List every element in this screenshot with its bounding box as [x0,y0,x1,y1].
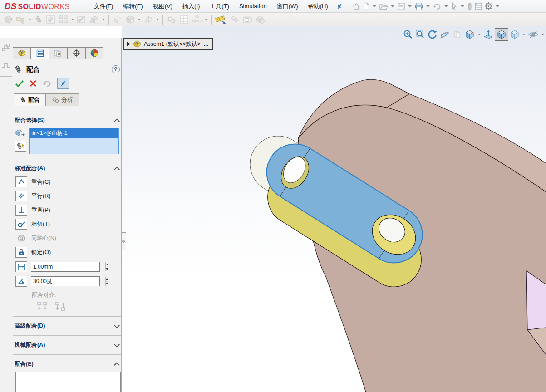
step-profile-icon[interactable] [1,61,11,69]
angle-spin-up[interactable] [106,277,108,281]
assembly-3d-scene[interactable] [122,26,546,392]
anti-aligned-icon[interactable] [54,301,66,312]
mate-selections-header[interactable]: 配合选择(S) [13,116,121,125]
zoom-to-area-icon[interactable] [414,28,426,41]
menu-window[interactable]: 窗口(W) [272,0,303,13]
flyout-tree-icon[interactable] [0,43,11,54]
display-style-icon[interactable] [509,28,521,41]
exploded-view-dropdown[interactable] [205,19,207,20]
menu-help[interactable]: 帮助(H) [303,0,333,13]
chevron-up-icon[interactable] [114,167,120,172]
mates-listbox[interactable] [15,372,121,392]
ok-button[interactable] [15,79,25,88]
hide-show-items-icon[interactable] [527,28,540,41]
mates-list-header[interactable]: 配合(E) [13,359,121,369]
mate-selection-listbox[interactable]: 面<1>@曲柄-1 [29,128,119,154]
menu-tools[interactable]: 工具(T) [205,0,234,13]
print-dropdown[interactable] [426,5,430,7]
linear-component-pattern-icon[interactable] [57,14,70,25]
apply-scene-icon[interactable] [482,28,494,41]
mate-lock[interactable]: 锁定(O) [15,247,121,258]
dynamic-annotation-views-icon[interactable] [451,28,463,41]
advanced-mates-header[interactable]: 高级配合(D) [13,321,121,331]
help-button[interactable]: ? [112,65,120,74]
entities-to-mate-icon[interactable] [15,128,26,139]
assembly-features-icon[interactable] [124,14,137,25]
bill-of-materials-icon[interactable] [178,14,191,25]
edit-component-icon[interactable] [2,14,15,25]
angle-spin-down[interactable] [106,281,108,286]
subtab-analysis[interactable]: 分析 [46,93,79,106]
angle-icon[interactable] [15,276,27,287]
view-orientation-dropdown[interactable] [478,34,481,35]
keep-visible-pin-button[interactable] [57,78,69,89]
new-document-dropdown[interactable] [373,5,376,7]
reference-geometry-dropdown[interactable] [156,19,159,20]
cancel-button[interactable] [29,79,37,88]
assembly-features-dropdown[interactable] [138,19,141,20]
linear-pattern-dropdown[interactable] [71,19,74,20]
chevron-down-icon[interactable] [114,323,120,328]
save-dropdown[interactable] [408,5,412,7]
chevron-down-icon[interactable] [114,342,120,348]
menu-edit[interactable]: 编辑(E) [118,0,148,13]
tab-dimxpert-manager[interactable] [67,47,85,59]
task-pane-icon[interactable] [474,1,483,11]
menu-view[interactable]: 视图(V) [148,0,177,13]
view-orientation-icon[interactable] [463,28,476,41]
component-preview-icon[interactable] [44,14,57,25]
tab-configuration-manager[interactable] [49,47,67,59]
angle-input[interactable] [31,277,105,286]
new-document-icon[interactable] [362,1,370,11]
previous-view-icon[interactable] [427,28,438,41]
menu-file[interactable]: 文件(F) [89,0,118,13]
distance-spin-up[interactable] [106,262,108,267]
mechanical-mates-header[interactable]: 机械配合(A) [13,340,121,350]
standard-mates-header[interactable]: 标准配合(A) [13,164,121,173]
new-motion-study-icon[interactable] [165,14,178,25]
large-assembly-mode-icon[interactable] [254,14,266,25]
options-gear-icon[interactable] [484,1,493,11]
move-component-icon[interactable] [88,14,101,25]
zoom-to-fit-icon[interactable] [402,28,414,41]
home-icon[interactable] [351,1,361,11]
undo-dropdown[interactable] [444,5,448,7]
show-hidden-components-icon[interactable] [111,14,124,25]
exploded-view-icon[interactable] [191,14,203,25]
undo-button[interactable] [42,79,53,88]
select-icon[interactable] [450,1,458,11]
mate-concentric[interactable]: 同轴心(N) [15,233,121,244]
display-style-dropdown[interactable] [522,34,525,35]
panel-collapse-handle[interactable] [121,232,126,250]
menu-simulation[interactable]: Simulation [234,0,272,12]
move-component-dropdown[interactable] [102,19,105,20]
undo-icon[interactable] [432,1,442,11]
hide-show-dropdown[interactable] [541,34,544,35]
tab-property-manager[interactable] [31,47,49,59]
print-icon[interactable] [414,1,424,11]
display-style-current-icon[interactable] [495,28,508,41]
distance-input[interactable] [31,262,105,271]
mate-perpendicular[interactable]: 垂直(P) [15,205,121,216]
menu-pin-icon[interactable] [336,3,343,10]
open-dropdown[interactable] [391,5,394,7]
insert-components-icon[interactable] [15,14,27,25]
mate-icon[interactable] [33,14,44,25]
measure-icon[interactable] [214,14,228,25]
mate-coincident[interactable]: 重合(C) [15,176,121,187]
mate-parallel[interactable]: 平行(R) [15,191,121,201]
subtab-mates[interactable]: 配合 [14,93,46,106]
save-icon[interactable] [397,1,406,11]
smart-fasteners-icon[interactable] [75,14,88,25]
tab-feature-manager[interactable] [13,47,31,59]
take-snapshot-icon[interactable] [241,14,254,25]
tree-expander-icon[interactable] [127,42,130,46]
menu-insert[interactable]: 插入(I) [177,0,205,13]
distance-spin-down[interactable] [106,267,108,272]
select-dropdown[interactable] [461,5,464,7]
feature-tree-flyout-header[interactable]: Assem1 (默认<<默认>_... [123,38,213,50]
interference-detection-icon[interactable] [228,14,241,25]
distance-icon[interactable] [15,261,27,272]
aligned-icon[interactable] [36,301,48,312]
selected-entity[interactable]: 面<1>@曲柄-1 [30,128,118,138]
